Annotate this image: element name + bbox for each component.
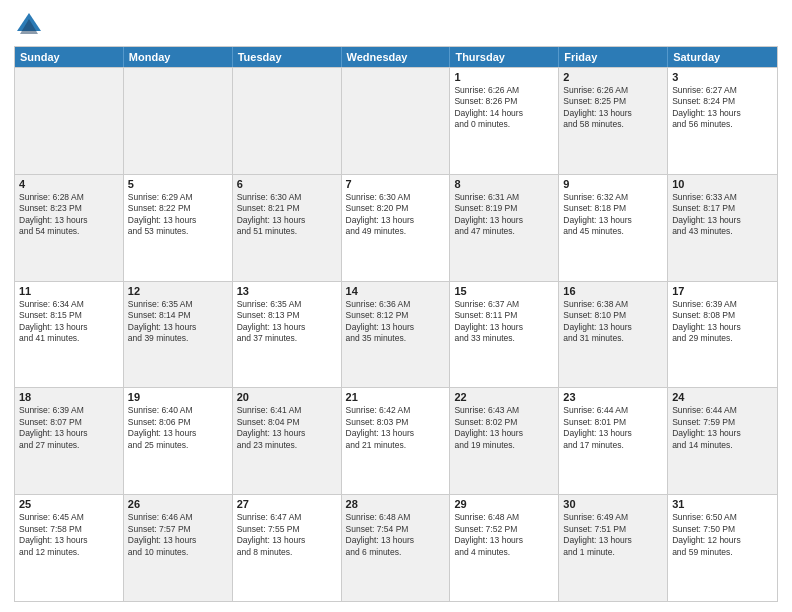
cal-cell-empty [124, 68, 233, 174]
day-number: 21 [346, 391, 446, 403]
day-info: Sunrise: 6:43 AM Sunset: 8:02 PM Dayligh… [454, 405, 554, 451]
day-info: Sunrise: 6:48 AM Sunset: 7:52 PM Dayligh… [454, 512, 554, 558]
cal-header-day-tuesday: Tuesday [233, 47, 342, 67]
cal-cell-13: 13Sunrise: 6:35 AM Sunset: 8:13 PM Dayli… [233, 282, 342, 388]
day-number: 7 [346, 178, 446, 190]
cal-cell-30: 30Sunrise: 6:49 AM Sunset: 7:51 PM Dayli… [559, 495, 668, 601]
cal-cell-15: 15Sunrise: 6:37 AM Sunset: 8:11 PM Dayli… [450, 282, 559, 388]
day-info: Sunrise: 6:40 AM Sunset: 8:06 PM Dayligh… [128, 405, 228, 451]
cal-cell-20: 20Sunrise: 6:41 AM Sunset: 8:04 PM Dayli… [233, 388, 342, 494]
day-number: 16 [563, 285, 663, 297]
day-info: Sunrise: 6:47 AM Sunset: 7:55 PM Dayligh… [237, 512, 337, 558]
day-info: Sunrise: 6:27 AM Sunset: 8:24 PM Dayligh… [672, 85, 773, 131]
day-info: Sunrise: 6:42 AM Sunset: 8:03 PM Dayligh… [346, 405, 446, 451]
day-info: Sunrise: 6:26 AM Sunset: 8:25 PM Dayligh… [563, 85, 663, 131]
day-info: Sunrise: 6:30 AM Sunset: 8:21 PM Dayligh… [237, 192, 337, 238]
cal-cell-14: 14Sunrise: 6:36 AM Sunset: 8:12 PM Dayli… [342, 282, 451, 388]
day-number: 17 [672, 285, 773, 297]
day-info: Sunrise: 6:36 AM Sunset: 8:12 PM Dayligh… [346, 299, 446, 345]
day-number: 5 [128, 178, 228, 190]
logo [14, 10, 48, 40]
cal-cell-21: 21Sunrise: 6:42 AM Sunset: 8:03 PM Dayli… [342, 388, 451, 494]
cal-cell-29: 29Sunrise: 6:48 AM Sunset: 7:52 PM Dayli… [450, 495, 559, 601]
cal-cell-11: 11Sunrise: 6:34 AM Sunset: 8:15 PM Dayli… [15, 282, 124, 388]
day-info: Sunrise: 6:49 AM Sunset: 7:51 PM Dayligh… [563, 512, 663, 558]
day-number: 10 [672, 178, 773, 190]
day-number: 30 [563, 498, 663, 510]
day-info: Sunrise: 6:50 AM Sunset: 7:50 PM Dayligh… [672, 512, 773, 558]
day-number: 6 [237, 178, 337, 190]
day-number: 18 [19, 391, 119, 403]
cal-cell-27: 27Sunrise: 6:47 AM Sunset: 7:55 PM Dayli… [233, 495, 342, 601]
day-number: 12 [128, 285, 228, 297]
cal-cell-4: 4Sunrise: 6:28 AM Sunset: 8:23 PM Daylig… [15, 175, 124, 281]
day-number: 22 [454, 391, 554, 403]
day-number: 4 [19, 178, 119, 190]
cal-cell-26: 26Sunrise: 6:46 AM Sunset: 7:57 PM Dayli… [124, 495, 233, 601]
day-number: 19 [128, 391, 228, 403]
cal-cell-10: 10Sunrise: 6:33 AM Sunset: 8:17 PM Dayli… [668, 175, 777, 281]
day-info: Sunrise: 6:45 AM Sunset: 7:58 PM Dayligh… [19, 512, 119, 558]
day-number: 9 [563, 178, 663, 190]
day-info: Sunrise: 6:29 AM Sunset: 8:22 PM Dayligh… [128, 192, 228, 238]
cal-cell-28: 28Sunrise: 6:48 AM Sunset: 7:54 PM Dayli… [342, 495, 451, 601]
cal-cell-19: 19Sunrise: 6:40 AM Sunset: 8:06 PM Dayli… [124, 388, 233, 494]
day-number: 27 [237, 498, 337, 510]
header [14, 10, 778, 40]
day-info: Sunrise: 6:34 AM Sunset: 8:15 PM Dayligh… [19, 299, 119, 345]
day-info: Sunrise: 6:41 AM Sunset: 8:04 PM Dayligh… [237, 405, 337, 451]
day-info: Sunrise: 6:33 AM Sunset: 8:17 PM Dayligh… [672, 192, 773, 238]
day-info: Sunrise: 6:46 AM Sunset: 7:57 PM Dayligh… [128, 512, 228, 558]
cal-header-day-sunday: Sunday [15, 47, 124, 67]
day-number: 26 [128, 498, 228, 510]
cal-week-5: 25Sunrise: 6:45 AM Sunset: 7:58 PM Dayli… [15, 494, 777, 601]
day-number: 20 [237, 391, 337, 403]
day-info: Sunrise: 6:39 AM Sunset: 8:08 PM Dayligh… [672, 299, 773, 345]
cal-cell-23: 23Sunrise: 6:44 AM Sunset: 8:01 PM Dayli… [559, 388, 668, 494]
day-number: 13 [237, 285, 337, 297]
cal-cell-17: 17Sunrise: 6:39 AM Sunset: 8:08 PM Dayli… [668, 282, 777, 388]
day-info: Sunrise: 6:31 AM Sunset: 8:19 PM Dayligh… [454, 192, 554, 238]
cal-week-4: 18Sunrise: 6:39 AM Sunset: 8:07 PM Dayli… [15, 387, 777, 494]
cal-week-3: 11Sunrise: 6:34 AM Sunset: 8:15 PM Dayli… [15, 281, 777, 388]
day-info: Sunrise: 6:30 AM Sunset: 8:20 PM Dayligh… [346, 192, 446, 238]
cal-cell-24: 24Sunrise: 6:44 AM Sunset: 7:59 PM Dayli… [668, 388, 777, 494]
day-number: 3 [672, 71, 773, 83]
day-info: Sunrise: 6:28 AM Sunset: 8:23 PM Dayligh… [19, 192, 119, 238]
day-number: 14 [346, 285, 446, 297]
day-info: Sunrise: 6:48 AM Sunset: 7:54 PM Dayligh… [346, 512, 446, 558]
day-number: 28 [346, 498, 446, 510]
cal-cell-18: 18Sunrise: 6:39 AM Sunset: 8:07 PM Dayli… [15, 388, 124, 494]
cal-cell-8: 8Sunrise: 6:31 AM Sunset: 8:19 PM Daylig… [450, 175, 559, 281]
cal-cell-empty [342, 68, 451, 174]
day-number: 25 [19, 498, 119, 510]
day-number: 24 [672, 391, 773, 403]
day-number: 15 [454, 285, 554, 297]
cal-cell-12: 12Sunrise: 6:35 AM Sunset: 8:14 PM Dayli… [124, 282, 233, 388]
day-number: 1 [454, 71, 554, 83]
day-number: 29 [454, 498, 554, 510]
cal-cell-31: 31Sunrise: 6:50 AM Sunset: 7:50 PM Dayli… [668, 495, 777, 601]
cal-header-day-thursday: Thursday [450, 47, 559, 67]
cal-cell-16: 16Sunrise: 6:38 AM Sunset: 8:10 PM Dayli… [559, 282, 668, 388]
cal-week-2: 4Sunrise: 6:28 AM Sunset: 8:23 PM Daylig… [15, 174, 777, 281]
day-info: Sunrise: 6:37 AM Sunset: 8:11 PM Dayligh… [454, 299, 554, 345]
cal-cell-22: 22Sunrise: 6:43 AM Sunset: 8:02 PM Dayli… [450, 388, 559, 494]
cal-cell-1: 1Sunrise: 6:26 AM Sunset: 8:26 PM Daylig… [450, 68, 559, 174]
cal-cell-3: 3Sunrise: 6:27 AM Sunset: 8:24 PM Daylig… [668, 68, 777, 174]
cal-cell-empty [15, 68, 124, 174]
calendar-header: SundayMondayTuesdayWednesdayThursdayFrid… [15, 47, 777, 67]
logo-icon [14, 10, 44, 40]
cal-cell-2: 2Sunrise: 6:26 AM Sunset: 8:25 PM Daylig… [559, 68, 668, 174]
day-number: 23 [563, 391, 663, 403]
day-info: Sunrise: 6:44 AM Sunset: 8:01 PM Dayligh… [563, 405, 663, 451]
day-info: Sunrise: 6:32 AM Sunset: 8:18 PM Dayligh… [563, 192, 663, 238]
day-number: 31 [672, 498, 773, 510]
cal-cell-5: 5Sunrise: 6:29 AM Sunset: 8:22 PM Daylig… [124, 175, 233, 281]
day-info: Sunrise: 6:39 AM Sunset: 8:07 PM Dayligh… [19, 405, 119, 451]
day-info: Sunrise: 6:35 AM Sunset: 8:14 PM Dayligh… [128, 299, 228, 345]
day-info: Sunrise: 6:26 AM Sunset: 8:26 PM Dayligh… [454, 85, 554, 131]
cal-header-day-saturday: Saturday [668, 47, 777, 67]
calendar-body: 1Sunrise: 6:26 AM Sunset: 8:26 PM Daylig… [15, 67, 777, 601]
day-info: Sunrise: 6:44 AM Sunset: 7:59 PM Dayligh… [672, 405, 773, 451]
